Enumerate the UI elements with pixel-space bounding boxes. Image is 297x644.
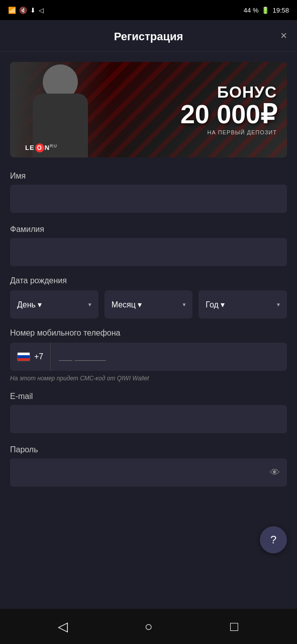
email-input[interactable] — [10, 405, 287, 433]
signal-icon: 📶 — [8, 7, 16, 14]
banner-person: LEONRU — [10, 62, 111, 157]
banner-text: БОНУС 20 000₽ НА ПЕРВЫЙ ДЕПОЗИТ — [180, 84, 277, 135]
back-icon: ◁ — [58, 619, 68, 634]
dob-field-group: Дата рождения День ▾12345678910111213141… — [10, 276, 287, 318]
phone-input-wrapper — [50, 343, 287, 371]
country-selector[interactable]: +7 — [10, 343, 50, 371]
bonus-amount: 20 000₽ — [180, 102, 277, 128]
promo-banner: LEONRU БОНУС 20 000₽ НА ПЕРВЫЙ ДЕПОЗИТ — [10, 62, 287, 157]
registration-modal: Регистрация × LEONRU — [0, 20, 297, 609]
leon-logo: LEONRU — [25, 143, 57, 152]
question-icon: ? — [270, 533, 276, 546]
home-icon: ○ — [145, 619, 153, 634]
russian-flag — [17, 352, 30, 361]
phone-field-group: Номер мобильного телефона +7 На этот ном… — [10, 329, 287, 382]
phone-label: Номер мобильного телефона — [10, 329, 287, 338]
password-field-group: Пароль 👁 — [10, 445, 287, 497]
month-select[interactable]: Месяц ▾ЯнварьФевральМартАпрельМайИюньИюл… — [105, 290, 193, 318]
email-field-group: E-mail — [10, 392, 287, 443]
lastname-label: Фамилия — [10, 225, 287, 234]
status-right: 44 % 🔋 19:58 — [244, 7, 289, 14]
email-label: E-mail — [10, 392, 287, 401]
phone-input[interactable] — [50, 343, 287, 371]
year-select[interactable]: Год ▾20242023202220212020201920182017201… — [199, 290, 287, 318]
firstname-input[interactable] — [10, 185, 287, 213]
password-wrapper: 👁 — [10, 458, 287, 497]
status-left: 📶 🔇 ⬇ ◁ — [8, 7, 44, 14]
sync-icon: ⬇ — [30, 7, 36, 14]
bottom-navigation: ◁ ○ □ — [0, 609, 297, 644]
modal-body: LEONRU БОНУС 20 000₽ НА ПЕРВЫЙ ДЕПОЗИТ И… — [0, 52, 297, 609]
back-button[interactable]: ◁ — [50, 614, 75, 639]
month-select-wrapper: Месяц ▾ЯнварьФевральМартАпрельМайИюньИюл… — [105, 290, 193, 318]
battery-text: 44 % — [244, 7, 259, 14]
bonus-subtitle: НА ПЕРВЫЙ ДЕПОЗИТ — [180, 130, 277, 136]
recent-icon: □ — [230, 619, 238, 634]
modal-header: Регистрация × — [0, 20, 297, 52]
toggle-password-button[interactable]: 👁 — [270, 467, 280, 478]
lastname-field-group: Фамилия — [10, 225, 287, 276]
help-button[interactable]: ? — [260, 526, 287, 553]
status-bar: 📶 🔇 ⬇ ◁ 44 % 🔋 19:58 — [0, 0, 297, 20]
time-text: 19:58 — [272, 7, 289, 14]
location-icon: ◁ — [39, 7, 44, 14]
wifi-icon: 🔇 — [19, 7, 27, 14]
recents-button[interactable]: □ — [222, 614, 247, 639]
phone-row: +7 — [10, 343, 287, 371]
bonus-label: БОНУС — [180, 84, 277, 101]
home-button[interactable]: ○ — [136, 614, 161, 639]
phone-code: +7 — [34, 352, 43, 361]
battery-icon: 🔋 — [261, 7, 269, 14]
year-select-wrapper: Год ▾20242023202220212020201920182017201… — [199, 290, 287, 318]
phone-hint: На этот номер придет СМС-код от QIWI Wal… — [10, 375, 287, 382]
firstname-field-group: Имя — [10, 172, 287, 223]
close-button[interactable]: × — [280, 30, 287, 41]
dob-row: День ▾1234567891011121314151617181920212… — [10, 290, 287, 318]
modal-title: Регистрация — [114, 30, 183, 43]
lastname-input[interactable] — [10, 238, 287, 266]
dob-label: Дата рождения — [10, 276, 287, 285]
password-label: Пароль — [10, 445, 287, 454]
firstname-label: Имя — [10, 172, 287, 181]
password-input[interactable] — [10, 458, 287, 487]
day-select-wrapper: День ▾1234567891011121314151617181920212… — [10, 290, 98, 318]
day-select[interactable]: День ▾1234567891011121314151617181920212… — [10, 290, 98, 318]
